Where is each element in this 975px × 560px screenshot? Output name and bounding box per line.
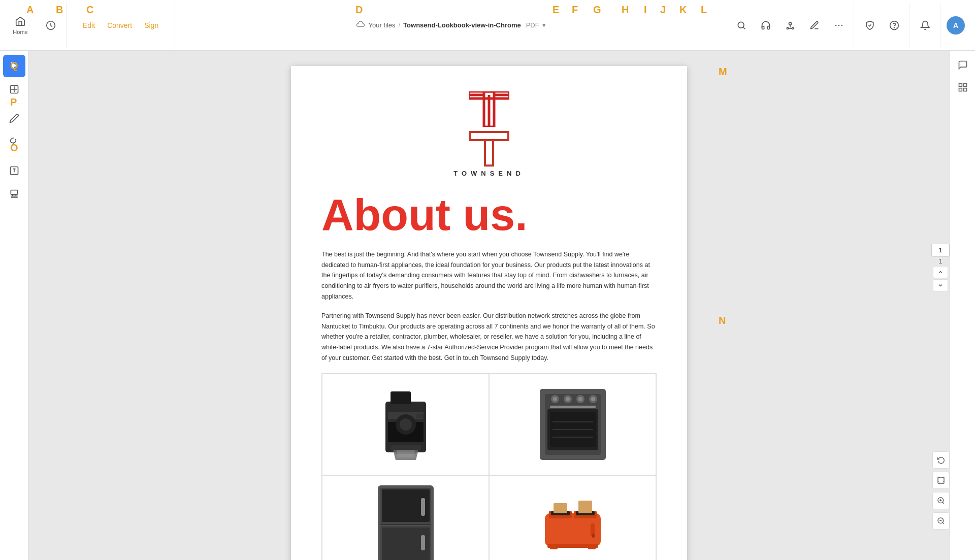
page-number-input[interactable]: 1: [931, 244, 950, 257]
recent-icon: [45, 20, 56, 31]
zoom-out-button[interactable]: [932, 512, 950, 530]
svg-rect-13: [959, 84, 962, 87]
home-button[interactable]: Home: [5, 3, 36, 48]
notification-button[interactable]: [913, 3, 937, 48]
about-para-1: The best is just the beginning. And that…: [321, 249, 657, 302]
page-up-button[interactable]: [933, 266, 948, 278]
bell-icon: [920, 20, 930, 30]
townsend-t-icon: [469, 91, 509, 127]
grid-icon: [958, 82, 968, 92]
toaster-image: [540, 493, 606, 559]
page-navigation: 1 1: [931, 244, 950, 291]
share-icon: [785, 20, 795, 30]
svg-point-45: [578, 397, 582, 401]
text-icon: [9, 166, 19, 176]
svg-rect-16: [963, 88, 966, 91]
svg-point-32: [400, 418, 412, 431]
product-cell-toaster: [489, 475, 656, 560]
help-icon: [889, 20, 899, 30]
product-cell-coffee: [322, 374, 489, 475]
svg-rect-15: [959, 88, 962, 91]
svg-point-7: [841, 24, 843, 26]
grid-panel-button[interactable]: [953, 77, 973, 97]
audio-button[interactable]: [754, 3, 778, 48]
recent-button[interactable]: [36, 3, 66, 48]
svg-rect-25: [470, 132, 508, 140]
product-grid: [321, 373, 657, 560]
lasso-tool-button[interactable]: [3, 130, 25, 153]
home-icon: [15, 16, 26, 27]
product-cell-fridge: [322, 475, 489, 560]
rotate-icon: [937, 456, 945, 464]
svg-rect-17: [938, 477, 944, 483]
annotate-tool-button[interactable]: [3, 107, 25, 129]
svg-rect-65: [554, 503, 567, 513]
stamp-tool-button[interactable]: [3, 183, 25, 205]
bottom-right-tools: [932, 451, 950, 530]
svg-rect-48: [550, 406, 596, 408]
cloud-icon: [356, 20, 365, 30]
svg-point-6: [838, 24, 840, 26]
edit-pen-button[interactable]: [802, 3, 827, 48]
fridge-image: [373, 485, 439, 560]
toolbar-center: Your files / Townsend-Lookbook-view-in-C…: [175, 20, 727, 30]
avatar-container: A: [941, 16, 970, 35]
search-button[interactable]: [729, 3, 754, 48]
svg-rect-28: [391, 391, 411, 404]
edit-menu-item[interactable]: Edit: [77, 21, 101, 29]
left-sidebar: [0, 51, 28, 560]
fit-page-button[interactable]: [932, 472, 950, 489]
pdf-page: TOWNSEND About us. The best is just the …: [291, 66, 687, 560]
about-para-2: Partnering with Townsend Supply has neve…: [321, 311, 657, 363]
svg-rect-70: [550, 546, 558, 549]
protect-button[interactable]: [858, 3, 882, 48]
product-cell-oven: [489, 374, 656, 475]
add-tool-button[interactable]: [3, 78, 25, 101]
svg-point-9: [894, 27, 895, 27]
svg-point-1: [738, 22, 744, 28]
townsend-logo-icon: [469, 131, 509, 167]
share-button[interactable]: [778, 3, 802, 48]
sign-menu-item[interactable]: Sign: [138, 21, 165, 29]
search-icon: [736, 20, 746, 30]
headphones-icon: [761, 20, 771, 30]
breadcrumb-sep: /: [398, 21, 400, 29]
stamp-icon: [9, 189, 19, 199]
shield-icon: [865, 20, 875, 30]
svg-rect-26: [485, 140, 493, 166]
svg-rect-69: [592, 534, 595, 538]
more-button[interactable]: [827, 3, 851, 48]
oven-image: [537, 386, 608, 463]
svg-rect-14: [963, 84, 966, 87]
comment-panel-button[interactable]: [953, 55, 973, 75]
sidebar-divider-2: [6, 156, 22, 156]
sidebar-divider-1: [6, 104, 22, 104]
breadcrumb-chevron-icon[interactable]: ▾: [542, 21, 546, 29]
svg-point-3: [787, 27, 788, 29]
svg-point-41: [553, 397, 557, 401]
breadcrumb-yourfiles[interactable]: Your files: [368, 21, 395, 29]
svg-rect-66: [578, 501, 592, 513]
zoom-in-button[interactable]: [932, 492, 950, 509]
home-label: Home: [13, 29, 27, 35]
select-tool-button[interactable]: [3, 55, 25, 77]
about-heading: About us.: [321, 192, 657, 237]
svg-rect-58: [421, 535, 425, 550]
page-down-button[interactable]: [933, 279, 948, 291]
lasso-icon: [9, 137, 19, 147]
user-avatar[interactable]: A: [947, 16, 965, 35]
page-total: 1: [939, 258, 942, 265]
text-tool-button[interactable]: [3, 159, 25, 182]
convert-menu-item[interactable]: Convert: [101, 21, 138, 29]
coffee-maker-image: [375, 386, 436, 463]
help-button[interactable]: [882, 3, 906, 48]
comment-icon: [958, 60, 968, 70]
svg-rect-57: [421, 498, 425, 516]
chevron-up-icon: [937, 269, 944, 275]
bell-group: [911, 3, 940, 48]
protect-group: [855, 3, 909, 48]
cursor-icon: [9, 61, 19, 71]
pen-icon: [809, 20, 820, 30]
pencil-icon: [9, 113, 19, 123]
rotate-button[interactable]: [932, 451, 950, 469]
